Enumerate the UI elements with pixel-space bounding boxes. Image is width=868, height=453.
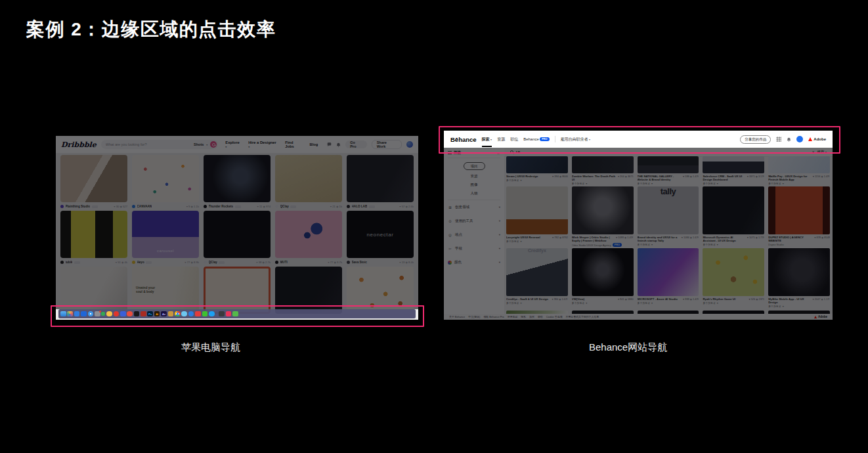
shot-image[interactable]	[60, 155, 127, 202]
project-image[interactable]	[703, 186, 764, 234]
shot-card[interactable]: Thunder Rockets♥ 11 ◉ 974	[204, 155, 271, 211]
project-card[interactable]: MyBike Mobile App - UI UX Design♥ 2047 ◉…	[768, 248, 830, 309]
project-card[interactable]: tally Brand identity and UX/UI for a fin…	[638, 186, 699, 248]
project-card[interactable]: Ryah's Rhythm Game UI♥ 526 ◉ 2371 多个所有者▾	[703, 248, 764, 309]
project-title[interactable]: Microsoft Dynamics AI Assistant - UI UX …	[703, 236, 745, 242]
avatar[interactable]	[60, 261, 64, 264]
project-title[interactable]: Steam | UX/UI Redesign	[506, 175, 550, 178]
project-title[interactable]: Wink Shoper | Orbix Studio | Sopify | Fr…	[572, 236, 614, 242]
author-name[interactable]: QClay	[280, 205, 289, 208]
project-title[interactable]: Ryah's Rhythm Game UI	[703, 297, 747, 301]
project-owner[interactable]: 多个所有者▾	[638, 301, 699, 306]
shot-card[interactable]: neonectar Sava Stoic♥ 19 ◉ 8.4k	[347, 211, 414, 267]
filter-tools-used[interactable]: ⊙使用的工具▾	[448, 214, 500, 228]
search-button[interactable]	[210, 141, 217, 148]
shot-card[interactable]: Plainthing Studio♥ 30 ◉ 527	[60, 155, 127, 211]
shot-image[interactable]: carousel	[132, 211, 199, 258]
footer-privacy[interactable]: 隐私	[521, 315, 526, 318]
shot-image[interactable]	[132, 155, 199, 202]
chat-icon[interactable]	[327, 142, 332, 147]
project-title[interactable]: THE NATIONAL GALLERY - Website & Brand I…	[638, 175, 681, 181]
shot-image[interactable]: neonectar	[347, 211, 414, 258]
footer-get-pro[interactable]: 领取 Behance Pro	[483, 315, 504, 318]
project-image[interactable]	[703, 156, 764, 173]
project-title[interactable]: Credifyx - SaaS & UI UX Design	[506, 297, 550, 301]
project-card[interactable]: Lavynight UX/UI Renewal♥ 782 ◉ 8792 多个所有…	[506, 186, 568, 248]
author-name[interactable]: QClay	[209, 261, 217, 264]
project-card[interactable]: Zombie Warfare: The Death Path UI♥ 264 ◉…	[572, 156, 634, 186]
project-title[interactable]: DUPEZ STUDIO | AGENCY WEBSITE	[768, 236, 812, 242]
project-image[interactable]	[638, 248, 699, 296]
project-image[interactable]	[703, 248, 764, 296]
project-image[interactable]	[506, 156, 568, 173]
project-card[interactable]: THE NATIONAL GALLERY - Website & Brand I…	[638, 156, 699, 186]
shot-card[interactable]: HALO LAB♥ 57 ◉ 2.6k	[347, 155, 414, 211]
project-image[interactable]: tally	[638, 186, 699, 234]
project-card[interactable]: MICROSOFT - Azure AI Studio♥ 939 ◉ 1.4万 …	[638, 248, 699, 309]
project-owner[interactable]: 多个所有者▾	[506, 239, 568, 244]
author-name[interactable]: Sava Stoic	[352, 261, 367, 264]
filter-location[interactable]: ◎地点▾	[448, 228, 500, 242]
tab-assets[interactable]: 资源	[471, 174, 478, 179]
project-card[interactable]: Waffle Pay - UI/UX Design for Fintech Mo…	[768, 156, 830, 186]
author-name[interactable]: Thunder Rockets	[209, 205, 234, 208]
project-image[interactable]	[768, 156, 830, 173]
footer-cookie-prefs[interactable]: Cookie 首选项	[546, 315, 563, 318]
project-owner[interactable]: 多个所有者▾	[572, 181, 634, 186]
author-name[interactable]: Heyo	[137, 261, 144, 264]
avatar[interactable]	[275, 261, 278, 264]
avatar[interactable]	[204, 205, 207, 208]
project-title[interactable]: Lavynight UX/UI Renewal	[506, 236, 550, 239]
project-image[interactable]	[506, 186, 568, 234]
project-owner[interactable]: Orbix Studio UI/UX Design AgencyPRO	[572, 242, 634, 248]
avatar[interactable]	[406, 141, 413, 148]
project-title[interactable]: VW(View)	[572, 297, 616, 301]
project-image[interactable]	[768, 186, 830, 234]
project-owner[interactable]: 多个所有者▾	[768, 304, 830, 309]
project-image[interactable]	[572, 156, 634, 173]
shot-card[interactable]: CANVAAN♥ 9 ◉ 1.1k	[132, 155, 199, 211]
author-name[interactable]: HALO LAB	[352, 205, 368, 208]
project-card[interactable]: Salesforce CRM - SaaS UX UI Design Dashb…	[703, 156, 764, 186]
project-card[interactable]: DUPEZ STUDIO | AGENCY WEBSITE♥ 878 ◉ 854…	[768, 186, 830, 248]
project-title[interactable]: Salesforce CRM - SaaS UX UI Design Dashb…	[703, 175, 745, 181]
shot-card[interactable]: tubik♥ 51 ◉ 4k	[60, 211, 127, 267]
footer-terms[interactable]: 使用条款	[508, 315, 518, 318]
shot-image[interactable]	[275, 155, 342, 202]
tab-people[interactable]: 人物	[471, 191, 478, 196]
avatar[interactable]	[347, 205, 350, 208]
bell-icon[interactable]	[336, 142, 341, 147]
author-name[interactable]: MUTI	[280, 261, 288, 264]
project-title[interactable]: Zombie Warfare: The Death Path UI	[572, 175, 616, 181]
author-name[interactable]: Plainthing Studio	[66, 205, 91, 208]
author-name[interactable]: tubik	[66, 261, 73, 264]
avatar[interactable]	[132, 261, 135, 264]
go-pro-button[interactable]: Go Pro	[345, 140, 366, 148]
footer-do-not-sell[interactable]: 不要出售或共享我的个人信息	[566, 315, 599, 318]
project-title[interactable]: Waffle Pay - UI/UX Design for Fintech Mo…	[768, 175, 811, 181]
project-owner[interactable]: 多个所有者▾	[638, 181, 699, 186]
shots-dropdown[interactable]: Shots	[194, 142, 204, 146]
avatar[interactable]	[132, 205, 135, 208]
project-card[interactable]: Steam | UX/UI Redesign♥ 394 ◉ 8646 多个所有者…	[506, 156, 568, 186]
project-card[interactable]: VW(View)♥ 941 ◉ 5880 多个所有者▾	[572, 248, 634, 309]
project-owner[interactable]: 多个所有者▾	[506, 178, 568, 183]
footer-help[interactable]: 帮助	[538, 315, 543, 318]
filter-schools[interactable]: ✂学校▾	[448, 242, 500, 255]
tab-images[interactable]: 图像	[471, 183, 478, 187]
footer-language[interactable]: 中文(简体)	[468, 315, 480, 318]
author-name[interactable]: CANVAAN	[137, 205, 152, 208]
project-image[interactable]	[572, 186, 634, 234]
nav-blog[interactable]: Blog	[309, 142, 318, 146]
tab-projects[interactable]: 项目	[464, 162, 485, 170]
project-card[interactable]: Microsoft Dynamics AI Assistant - UI UX …	[703, 186, 764, 248]
shot-image[interactable]	[275, 211, 342, 258]
project-title[interactable]: MICROSOFT - Azure AI Studio	[638, 297, 681, 301]
project-card[interactable]: Wink Shoper | Orbix Studio | Sopify | Fr…	[572, 186, 634, 248]
project-image[interactable]	[638, 156, 699, 173]
avatar[interactable]	[275, 205, 278, 208]
project-owner[interactable]: 多个所有者▾	[572, 301, 634, 306]
avatar[interactable]	[60, 205, 64, 208]
project-owner[interactable]: 多个所有者▾	[703, 301, 764, 306]
project-image[interactable]	[768, 248, 830, 296]
